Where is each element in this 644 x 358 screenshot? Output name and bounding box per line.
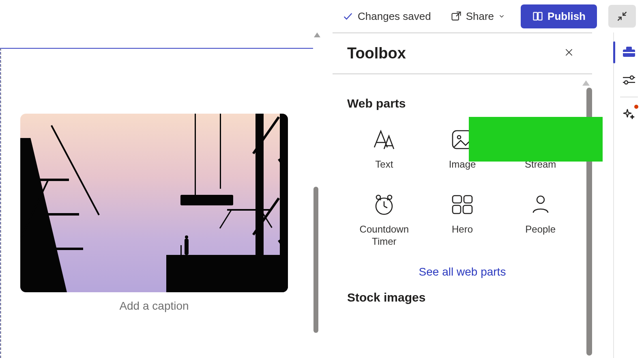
share-button[interactable]: Share <box>447 8 509 25</box>
svg-rect-20 <box>453 205 461 214</box>
webpart-label: Hero <box>452 223 473 235</box>
notification-badge <box>634 105 638 109</box>
webparts-grid: Text Image <box>347 124 577 250</box>
webpart-hero[interactable]: Hero <box>425 189 500 250</box>
sliders-icon <box>622 74 636 87</box>
people-icon <box>528 192 554 218</box>
stream-icon <box>528 127 554 153</box>
hero-icon <box>449 192 475 218</box>
save-status: Changes saved <box>338 8 435 25</box>
scroll-up-icon <box>582 80 590 86</box>
share-label: Share <box>466 10 494 23</box>
svg-line-13 <box>384 206 387 208</box>
text-icon <box>371 127 397 153</box>
rail-separator <box>620 97 638 97</box>
webpart-label: Image <box>449 158 476 170</box>
command-bar: Changes saved Share Publish <box>0 0 644 32</box>
webparts-section-title: Web parts <box>347 97 577 110</box>
main-area: Add a caption Toolbox Web parts <box>0 32 644 358</box>
webpart-label: Text <box>375 158 393 170</box>
svg-rect-18 <box>453 196 462 203</box>
webpart-label: Countdown Timer <box>350 223 419 248</box>
toolbox-tab[interactable] <box>614 38 644 67</box>
svg-rect-21 <box>463 205 472 214</box>
svg-rect-2 <box>538 13 542 20</box>
chevron-down-icon <box>498 13 505 20</box>
countdown-timer-icon <box>371 192 397 218</box>
image-webpart[interactable]: Add a caption <box>20 114 304 313</box>
see-all-webparts-link[interactable]: See all web parts <box>347 265 577 278</box>
toolbox-title: Toolbox <box>347 45 406 62</box>
image-preview[interactable] <box>20 114 288 292</box>
share-icon <box>451 11 462 22</box>
page-canvas: Add a caption <box>0 32 314 358</box>
toolbox-header: Toolbox <box>333 33 592 74</box>
scroll-up-icon <box>314 32 320 37</box>
webpart-countdown-timer[interactable]: Countdown Timer <box>347 189 421 250</box>
svg-rect-19 <box>464 196 472 203</box>
close-icon <box>564 47 574 60</box>
pages-icon <box>532 11 543 22</box>
publish-button[interactable]: Publish <box>521 4 597 28</box>
svg-point-8 <box>457 136 461 139</box>
svg-point-27 <box>630 76 633 79</box>
ai-tab[interactable] <box>614 101 644 129</box>
toolbox-icon <box>622 45 636 59</box>
image-caption-input[interactable]: Add a caption <box>20 300 288 313</box>
right-rail <box>613 32 644 358</box>
svg-point-29 <box>625 81 628 84</box>
settings-tab[interactable] <box>614 67 644 95</box>
webpart-label: People <box>525 223 556 235</box>
save-status-label: Changes saved <box>358 10 431 23</box>
checkmark-icon <box>342 11 354 22</box>
stock-images-section-title: Stock images <box>347 291 577 304</box>
webpart-text[interactable]: Text <box>347 124 421 173</box>
canvas-scrollbar[interactable] <box>312 32 320 358</box>
webpart-label: Stream <box>525 158 556 170</box>
svg-rect-25 <box>623 52 635 53</box>
sparkle-icon <box>623 108 635 122</box>
publish-label: Publish <box>547 10 586 23</box>
scrollbar-thumb[interactable] <box>586 88 592 356</box>
selected-section[interactable]: Add a caption <box>0 48 313 358</box>
scrollbar-thumb[interactable] <box>313 187 318 333</box>
collapse-icon <box>616 11 628 22</box>
toolbox-panel: Toolbox Web parts T <box>333 32 592 358</box>
webpart-people[interactable]: People <box>503 189 577 250</box>
svg-point-22 <box>537 196 544 203</box>
webpart-stream[interactable]: Stream <box>503 124 577 173</box>
webpart-image[interactable]: Image <box>425 124 500 173</box>
close-panel-button[interactable] <box>560 45 577 62</box>
svg-rect-24 <box>626 47 632 50</box>
image-icon <box>449 127 475 153</box>
toolbox-body: Web parts Text <box>333 79 592 358</box>
svg-rect-1 <box>534 13 537 20</box>
collapse-panel-button[interactable] <box>608 5 636 28</box>
toolbox-scrollbar[interactable] <box>586 88 592 358</box>
